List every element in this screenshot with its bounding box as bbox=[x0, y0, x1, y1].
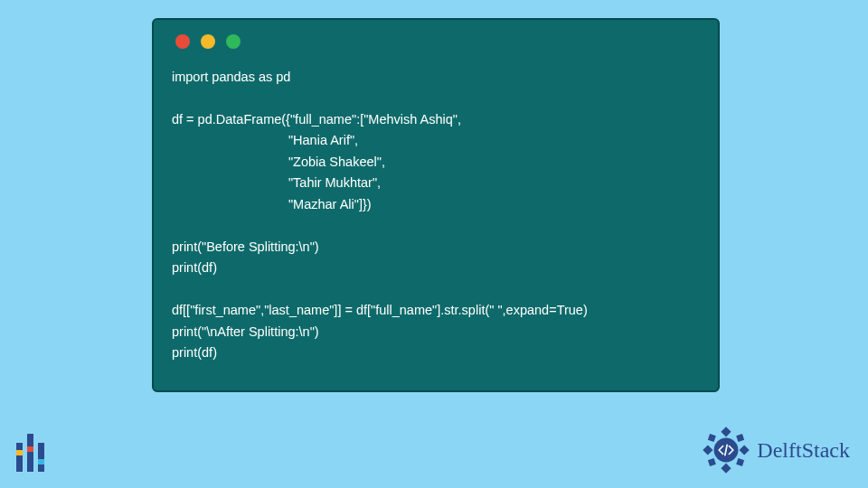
svg-marker-1 bbox=[722, 464, 731, 474]
svg-marker-3 bbox=[740, 445, 750, 455]
window-controls bbox=[175, 34, 700, 49]
maximize-icon bbox=[226, 34, 241, 49]
svg-marker-7 bbox=[737, 458, 745, 466]
logo-bar-segment bbox=[27, 452, 33, 472]
svg-marker-2 bbox=[703, 445, 713, 455]
logo-bar bbox=[27, 434, 33, 472]
code-window: import pandas as pd df = pd.DataFrame({"… bbox=[152, 18, 720, 392]
brand: DelftStack bbox=[701, 425, 850, 475]
close-icon bbox=[175, 34, 190, 49]
left-brand-logo bbox=[16, 434, 44, 472]
minimize-icon bbox=[201, 34, 215, 49]
logo-bar-segment bbox=[27, 434, 33, 446]
logo-bar-segment bbox=[16, 443, 23, 450]
logo-bar-segment bbox=[38, 465, 44, 472]
brand-name: DelftStack bbox=[757, 438, 850, 463]
svg-marker-0 bbox=[722, 427, 731, 436]
logo-bar bbox=[16, 443, 23, 472]
logo-bar bbox=[38, 443, 44, 472]
svg-marker-6 bbox=[708, 458, 716, 466]
code-block: import pandas as pd df = pd.DataFrame({"… bbox=[172, 67, 700, 364]
svg-marker-4 bbox=[708, 434, 716, 442]
svg-marker-5 bbox=[737, 434, 745, 442]
brand-logo-icon bbox=[701, 425, 751, 475]
logo-bar-segment bbox=[16, 455, 23, 472]
logo-bar-segment bbox=[38, 443, 44, 459]
